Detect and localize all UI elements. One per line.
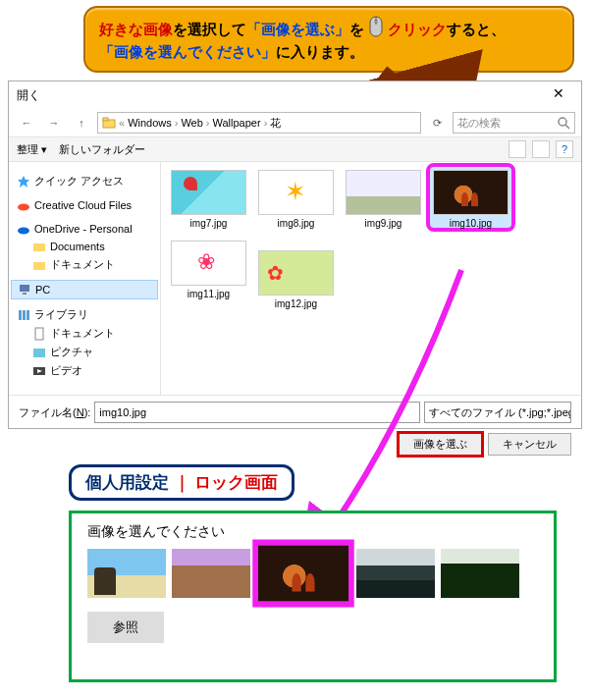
pc-icon (18, 283, 31, 296)
chevron-right-icon: › (206, 117, 210, 129)
settings-breadcrumb-label: 個人用設定 ｜ ロック画面 (69, 464, 294, 501)
file-name: img8.jpg (258, 218, 334, 229)
settings-label-part: 個人用設定 (85, 473, 169, 492)
help-button[interactable]: ? (556, 140, 573, 158)
svg-rect-14 (23, 310, 26, 320)
preview-pane-button[interactable] (532, 140, 550, 158)
nav-forward-button[interactable]: → (42, 111, 66, 135)
breadcrumb-item[interactable]: Windows (128, 117, 172, 129)
folder-icon (102, 116, 116, 130)
instruction-callout: 好きな画像を選択して「画像を選ぶ」を クリックすると、 「画像を選んでください」… (83, 6, 574, 73)
svg-point-7 (18, 204, 29, 211)
video-icon (32, 364, 46, 378)
dialog-titlebar: 開く ✕ (9, 81, 581, 109)
navigation-sidebar: クイック アクセス Creative Cloud Files OneDrive … (9, 162, 161, 395)
image-option[interactable] (441, 549, 519, 598)
file-thumbnail (171, 170, 246, 215)
close-button[interactable]: ✕ (544, 85, 573, 105)
svg-point-5 (559, 118, 566, 126)
browse-button[interactable]: 参照 (87, 612, 164, 643)
search-icon (557, 116, 570, 130)
dialog-toolbar: 整理 ▾ 新しいフォルダー ? (9, 136, 581, 162)
svg-rect-9 (33, 243, 45, 251)
view-button[interactable] (509, 140, 526, 158)
svg-rect-16 (35, 328, 43, 340)
file-name: img10.jpg (433, 218, 509, 229)
lock-screen-settings-panel: 画像を選んでください 参照 (69, 511, 557, 682)
image-options-row (87, 549, 538, 598)
svg-rect-4 (103, 118, 108, 121)
sidebar-item-creativecloud[interactable]: Creative Cloud Files (11, 196, 158, 214)
star-icon (17, 175, 30, 188)
filename-label: ファイル名(N): (19, 405, 90, 420)
svg-rect-12 (23, 293, 27, 295)
document-icon (32, 327, 46, 341)
image-option[interactable] (87, 549, 166, 598)
callout-text: を選択して (173, 21, 246, 37)
svg-rect-10 (33, 262, 45, 270)
file-item[interactable]: img11.jpg (171, 241, 246, 309)
nav-up-button[interactable]: ↑ (70, 111, 93, 135)
sidebar-item-lib-videos[interactable]: ビデオ (11, 361, 158, 380)
sidebar-item-documents-jp[interactable]: ドキュメント (11, 255, 158, 274)
file-item[interactable]: img9.jpg (346, 170, 421, 229)
cloud-icon (17, 198, 30, 212)
svg-line-6 (565, 125, 569, 129)
sidebar-item-onedrive[interactable]: OneDrive - Personal (11, 220, 158, 238)
organize-menu[interactable]: 整理 ▾ (17, 142, 47, 157)
cloud-icon (17, 222, 30, 236)
sidebar-item-quickaccess[interactable]: クイック アクセス (11, 172, 158, 190)
file-thumbnail (258, 170, 334, 215)
callout-text: すると、 (447, 21, 506, 37)
library-icon (17, 308, 30, 322)
chevron-right-icon: › (264, 117, 268, 129)
separator: ｜ (174, 473, 190, 492)
folder-icon (32, 258, 46, 272)
svg-rect-15 (27, 310, 29, 320)
dialog-title: 開く (17, 87, 40, 104)
callout-text: 「画像を選ぶ」 (246, 21, 349, 37)
chevron-right-icon: › (175, 117, 179, 129)
sidebar-item-lib-documents[interactable]: ドキュメント (11, 324, 158, 343)
callout-text: に入ります。 (276, 43, 364, 60)
address-bar[interactable]: « Windows› Web› Wallpaper› 花 (97, 112, 421, 134)
file-thumbnail (171, 241, 246, 286)
sidebar-item-library[interactable]: ライブラリ (11, 305, 158, 324)
panel-title: 画像を選んでください (87, 523, 538, 541)
new-folder-button[interactable]: 新しいフォルダー (59, 142, 145, 157)
image-option[interactable] (356, 549, 435, 598)
refresh-button[interactable]: ⟳ (425, 111, 449, 135)
breadcrumb-item[interactable]: 花 (270, 116, 281, 131)
settings-label-part: ロック画面 (194, 473, 278, 492)
svg-rect-13 (19, 310, 22, 320)
svg-point-8 (18, 228, 29, 235)
breadcrumb-item[interactable]: Wallpaper (213, 117, 261, 129)
callout-text: を (349, 21, 364, 37)
picture-icon (32, 346, 46, 359)
sidebar-item-pc[interactable]: PC (11, 280, 158, 299)
file-thumbnail (346, 170, 421, 215)
file-name: img7.jpg (171, 218, 246, 229)
search-placeholder: 花の検索 (457, 116, 501, 131)
file-item[interactable]: img7.jpg (171, 170, 246, 229)
svg-rect-2 (375, 19, 378, 24)
breadcrumb-item[interactable]: Web (181, 117, 202, 129)
image-option-selected[interactable] (258, 545, 348, 602)
search-input[interactable]: 花の検索 (453, 112, 575, 134)
file-item[interactable]: img8.jpg (258, 170, 334, 229)
svg-rect-11 (20, 285, 29, 292)
file-name: img11.jpg (171, 289, 246, 299)
callout-text: 好きな画像 (99, 21, 173, 37)
callout-text: クリック (388, 21, 447, 37)
file-item-selected[interactable]: img10.jpg (433, 170, 509, 229)
chevron-right-icon: « (119, 117, 125, 129)
nav-back-button[interactable]: ← (15, 111, 38, 135)
image-option[interactable] (172, 549, 250, 598)
svg-rect-17 (33, 349, 45, 357)
callout-text: 「画像を選んでください」 (99, 43, 276, 60)
file-thumbnail (433, 170, 509, 215)
sidebar-item-lib-pictures[interactable]: ピクチャ (11, 343, 158, 361)
file-name: img9.jpg (346, 218, 421, 229)
sidebar-item-documents[interactable]: Documents (11, 238, 158, 255)
folder-icon (32, 240, 46, 253)
